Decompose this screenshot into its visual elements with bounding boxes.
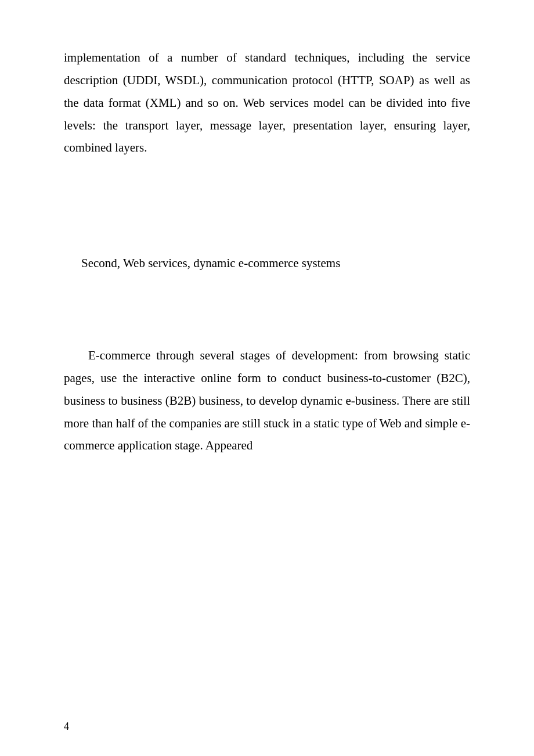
page-number: 4 [64, 721, 69, 733]
section-heading-1: Second, Web services, dynamic e-commerce… [64, 252, 470, 275]
page: implementation of a number of standard t… [0, 0, 534, 756]
paragraph-2: E-commerce through several stages of dev… [64, 344, 470, 457]
paragraph-1: implementation of a number of standard t… [64, 46, 470, 159]
